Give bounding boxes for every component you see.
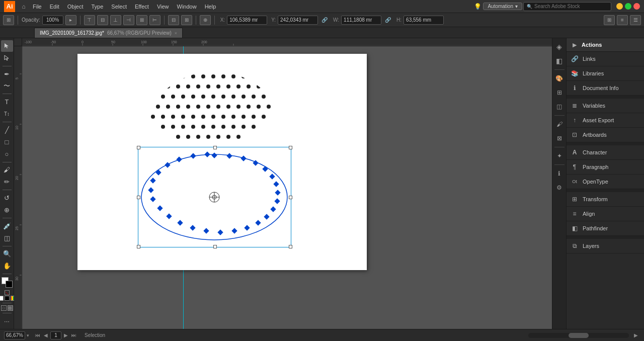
- maximize-button[interactable]: [625, 3, 631, 10]
- panel-actions-header[interactable]: ▶ Actions: [567, 38, 644, 52]
- zoom-input[interactable]: [4, 331, 25, 339]
- paintbrush-tool[interactable]: 🖌: [1, 164, 13, 176]
- panel-pathfinder[interactable]: ◧ Pathfinder: [567, 221, 644, 236]
- scroll-track[interactable]: [528, 333, 629, 338]
- menu-select[interactable]: Select: [108, 3, 130, 11]
- blend-tool[interactable]: ⊕: [1, 204, 13, 216]
- align-center-v-btn[interactable]: ⊞: [136, 15, 147, 25]
- lightbulb-icon[interactable]: 💡: [473, 2, 482, 11]
- panel-links[interactable]: 🔗 Links: [567, 52, 644, 66]
- pen-tool[interactable]: ✒: [1, 68, 13, 80]
- opacity-input[interactable]: [42, 16, 63, 25]
- zoom-control[interactable]: ▾: [4, 331, 29, 339]
- nav-last-btn[interactable]: ⏭: [70, 332, 77, 339]
- appearance-btn[interactable]: ◈: [553, 40, 566, 53]
- zoom-dropdown-icon[interactable]: ▾: [27, 333, 29, 338]
- panel-paragraph[interactable]: ¶ Paragraph: [567, 160, 644, 175]
- home-icon[interactable]: ⌂: [19, 2, 28, 11]
- align-top-btn[interactable]: ⊤: [84, 15, 95, 25]
- ellipse-container[interactable]: [138, 147, 291, 247]
- symbol-btn[interactable]: ⊠: [553, 132, 566, 145]
- close-button[interactable]: [633, 3, 640, 10]
- automation-button[interactable]: Automation ▾: [483, 3, 522, 10]
- page-input[interactable]: [50, 331, 61, 339]
- workspace-switch-btn[interactable]: ≡: [617, 15, 628, 25]
- nav-next-btn[interactable]: ▶: [62, 332, 69, 339]
- canvas-viewport[interactable]: [22, 46, 552, 329]
- panel-libraries[interactable]: 📚 Libraries: [567, 66, 644, 81]
- eyedropper-tool[interactable]: 💉: [1, 220, 13, 232]
- select-tool[interactable]: [1, 40, 13, 52]
- info-icon-btn[interactable]: ℹ: [553, 167, 566, 180]
- menu-view[interactable]: View: [153, 3, 173, 11]
- gradient-tool[interactable]: ◫: [1, 232, 13, 244]
- settings-icon-btn[interactable]: ⚙: [553, 181, 566, 194]
- x-value[interactable]: 106,5389 mr: [227, 16, 267, 25]
- menu-edit[interactable]: Edit: [46, 3, 63, 11]
- minimize-button[interactable]: [616, 3, 623, 10]
- transform-options[interactable]: ⊞: [3, 15, 14, 25]
- align-left-btn[interactable]: ⊣: [123, 15, 134, 25]
- zoom-tool[interactable]: 🔍: [1, 248, 13, 260]
- hand-tool[interactable]: ✋: [1, 260, 13, 272]
- tab-close-btn[interactable]: ×: [175, 31, 177, 36]
- canvas-area[interactable]: -100 -50 0 50 100 150 200: [14, 38, 552, 329]
- no-fill-btn[interactable]: —: [5, 290, 10, 295]
- panel-artboards[interactable]: ⊡ Artboards: [567, 128, 644, 142]
- distribute-v-btn[interactable]: ⊞: [181, 15, 192, 25]
- line-tool[interactable]: ╱: [1, 124, 13, 136]
- rotate-tool[interactable]: ↺: [1, 192, 13, 204]
- opacity-toggle[interactable]: ▸: [65, 15, 76, 25]
- panel-asset-export[interactable]: ↑ Asset Export: [567, 113, 644, 128]
- align-bottom-btn[interactable]: ⊥: [110, 15, 121, 25]
- background-color[interactable]: [6, 281, 13, 288]
- fullscreen-mode[interactable]: ⊡: [8, 305, 13, 311]
- brush-btn[interactable]: 🖌: [553, 118, 566, 131]
- panel-character[interactable]: A Character: [567, 145, 644, 160]
- panel-variables[interactable]: ≣ Variables: [567, 99, 644, 113]
- menu-help[interactable]: Help: [201, 3, 220, 11]
- stock-search[interactable]: 🔍: [523, 2, 611, 11]
- w-value[interactable]: 111,1808 mr: [341, 16, 381, 25]
- color-swatches[interactable]: [2, 277, 13, 288]
- more-tools-btn[interactable]: ···: [1, 315, 13, 327]
- curvature-tool[interactable]: 〜: [1, 80, 13, 92]
- document-tab[interactable]: IMG_20201009_161732.jpg* 66,67% (RGB/GPU…: [34, 28, 183, 38]
- rect-tool[interactable]: □: [1, 136, 13, 148]
- type-tool[interactable]: T: [1, 96, 13, 108]
- ellipse-tool[interactable]: ○: [1, 148, 13, 160]
- color-btn[interactable]: 🎨: [553, 72, 566, 85]
- nav-first-btn[interactable]: ⏮: [34, 332, 41, 339]
- white-swatch[interactable]: [0, 296, 4, 301]
- align-center-h-btn[interactable]: ⊟: [97, 15, 108, 25]
- y-value[interactable]: 242,0343 mr: [278, 16, 318, 25]
- panel-opentype[interactable]: Ot OpenType: [567, 175, 644, 189]
- blend-btn[interactable]: ⊕: [200, 15, 211, 25]
- menu-file[interactable]: File: [29, 3, 45, 11]
- type-vertical-tool[interactable]: T↕: [1, 108, 13, 120]
- distribute-h-btn[interactable]: ⊟: [168, 15, 179, 25]
- black-swatch[interactable]: [5, 296, 10, 301]
- panel-align[interactable]: ≡ Align: [567, 207, 644, 221]
- normal-mode[interactable]: □: [1, 305, 7, 311]
- align-right-btn[interactable]: ⊢: [149, 15, 160, 25]
- scroll-right-btn[interactable]: ▶: [632, 331, 640, 339]
- direct-select-tool[interactable]: [1, 52, 13, 64]
- scroll-thumb[interactable]: [569, 333, 589, 338]
- stock-search-input[interactable]: [534, 4, 605, 9]
- menu-object[interactable]: Object: [64, 3, 87, 11]
- h-value[interactable]: 63,556 mm: [404, 16, 444, 25]
- workspace-arrange-btn[interactable]: ⊞: [604, 15, 615, 25]
- gradient-panel-btn[interactable]: ◫: [553, 100, 566, 113]
- pencil-tool[interactable]: ✏: [1, 176, 13, 188]
- panel-document-info[interactable]: ℹ Document Info: [567, 81, 644, 96]
- nav-prev-btn[interactable]: ◀: [42, 332, 49, 339]
- panel-transform[interactable]: ⊞ Transform: [567, 192, 644, 207]
- panel-layers[interactable]: ⧉ Layers: [567, 239, 644, 253]
- fill-stroke-btn[interactable]: ◧: [553, 54, 566, 67]
- menu-type[interactable]: Type: [88, 3, 107, 11]
- workspace-menu-btn[interactable]: ☰: [630, 15, 641, 25]
- swatch-btn[interactable]: ⊞: [553, 86, 566, 99]
- menu-window[interactable]: Window: [174, 3, 200, 11]
- graphic-style-btn[interactable]: ✦: [553, 149, 566, 162]
